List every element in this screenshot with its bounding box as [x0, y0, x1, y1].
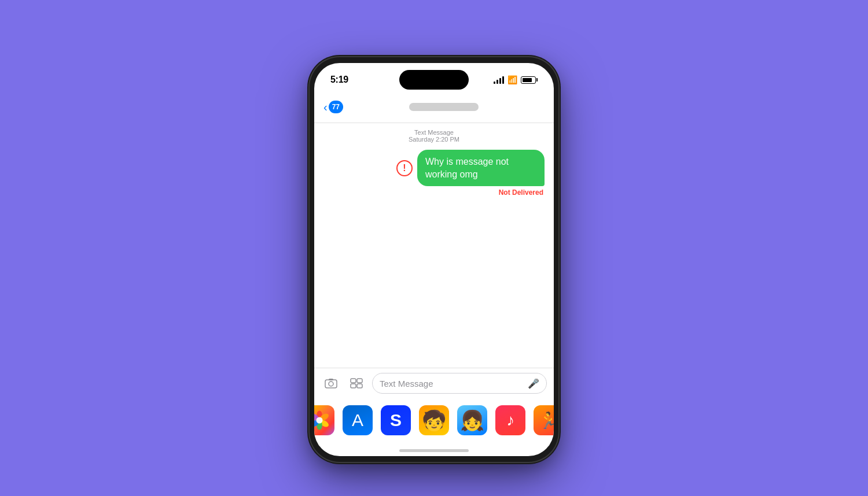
message-bubble-row: ! Why is message not working omg: [396, 150, 545, 186]
app-memoji2[interactable]: 👧: [457, 405, 487, 435]
status-icons: 📶: [494, 75, 538, 84]
signal-bars-icon: [494, 76, 504, 84]
message-type-label: Text Message: [323, 129, 545, 136]
home-bar: [399, 449, 469, 452]
message-timestamp-group: Text Message Saturday 2:20 PM: [323, 129, 545, 143]
svg-rect-0: [325, 380, 337, 388]
not-delivered-label: Not Delivered: [499, 188, 543, 197]
home-indicator: [314, 445, 554, 456]
phone-wrapper: 5:19 📶 ‹: [310, 57, 558, 462]
message-date-label: Saturday 2:20 PM: [323, 136, 545, 143]
back-button[interactable]: ‹ 77: [323, 101, 343, 113]
app-shazam[interactable]: S: [381, 405, 411, 435]
svg-rect-2: [329, 379, 333, 380]
status-time: 5:19: [330, 75, 348, 85]
svg-point-13: [316, 417, 322, 423]
message-bubble[interactable]: Why is message not working omg: [417, 150, 545, 186]
nav-contact: [343, 103, 545, 111]
svg-point-1: [329, 382, 333, 386]
input-area: Text Message 🎤: [314, 368, 554, 401]
svg-rect-5: [351, 384, 356, 388]
text-input-placeholder: Text Message: [380, 379, 524, 388]
back-badge: 77: [329, 101, 343, 113]
apps-button[interactable]: [347, 373, 366, 393]
message-error-icon[interactable]: !: [396, 160, 413, 176]
nav-bar: ‹ 77: [314, 93, 554, 123]
nav-contact-name: [409, 103, 479, 111]
battery-icon: [521, 76, 538, 84]
app-photos[interactable]: [314, 405, 334, 435]
app-memoji1[interactable]: 🧒: [419, 405, 449, 435]
phone-screen: 5:19 📶 ‹: [314, 63, 554, 456]
svg-rect-6: [357, 384, 362, 388]
app-music[interactable]: ♪: [495, 405, 525, 435]
app-appstore[interactable]: A: [343, 405, 373, 435]
wifi-icon: 📶: [507, 75, 517, 84]
text-input-container[interactable]: Text Message 🎤: [372, 373, 547, 394]
dynamic-island: [399, 70, 469, 90]
svg-rect-4: [357, 379, 362, 383]
app-fitness[interactable]: 🏃: [534, 405, 554, 435]
status-bar: 5:19 📶: [314, 63, 554, 93]
messages-area[interactable]: Text Message Saturday 2:20 PM ! Why is m…: [314, 123, 554, 368]
camera-button[interactable]: [321, 373, 341, 393]
message-row: ! Why is message not working omg Not Del…: [323, 150, 545, 197]
svg-rect-3: [351, 379, 356, 383]
back-chevron-icon: ‹: [323, 101, 328, 113]
mic-icon[interactable]: 🎤: [528, 378, 539, 389]
dock-area: A S 🧒 👧 ♪ 🏃: [314, 401, 554, 445]
